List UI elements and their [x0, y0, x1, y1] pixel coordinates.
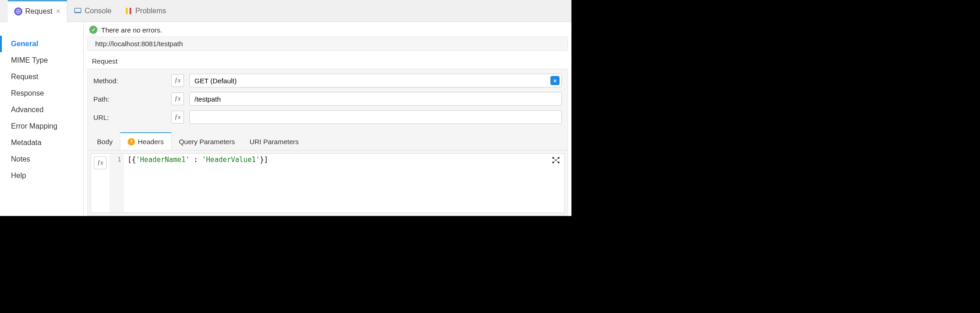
path-label: Path:: [93, 95, 171, 103]
request-form-panel: Method: ƒx GET (Default) Path: ƒx: [87, 69, 568, 216]
chevron-down-icon: [550, 76, 560, 85]
url-label: URL:: [93, 113, 171, 121]
method-value: GET (Default): [194, 77, 237, 85]
method-row: Method: ƒx GET (Default): [93, 74, 562, 87]
tab-uri-label: URI Parameters: [249, 138, 299, 146]
code-sep: :: [189, 156, 202, 164]
close-icon[interactable]: ×: [56, 7, 60, 16]
sidebar-item-request[interactable]: Request: [0, 69, 83, 85]
main-panel: ✓ There are no errors. http://localhost:…: [84, 22, 571, 216]
code-editor[interactable]: ƒx 1 [{'HeaderName1' : 'HeaderValue1'}]: [91, 153, 565, 213]
sidebar-item-error-mapping[interactable]: Error Mapping: [0, 118, 83, 135]
tab-query-parameters[interactable]: Query Parameters: [172, 132, 242, 150]
url-bar: http://localhost:8081/testpath: [87, 37, 568, 51]
warning-icon: !: [128, 138, 135, 146]
svg-rect-4: [129, 8, 131, 14]
sidebar-item-notes[interactable]: Notes: [0, 151, 83, 167]
code-val: 'HeaderValue1': [202, 156, 260, 164]
path-input[interactable]: /testpath: [189, 92, 562, 106]
sidebar-item-label: Advanced: [11, 106, 43, 113]
url-input[interactable]: [189, 110, 562, 124]
sidebar-item-advanced[interactable]: Advanced: [0, 102, 83, 118]
method-label: Method:: [93, 77, 171, 85]
request-icon: [14, 7, 22, 16]
path-row: Path: ƒx /testpath: [93, 92, 562, 106]
sidebar-item-label: General: [11, 40, 38, 48]
status-text: There are no errors.: [101, 26, 162, 34]
sidebar-item-label: Notes: [11, 155, 30, 163]
sidebar-item-general[interactable]: General: [0, 36, 83, 52]
sidebar-item-label: Request: [11, 73, 38, 81]
tab-problems[interactable]: Problems: [118, 0, 173, 22]
tab-console-label: Console: [85, 7, 112, 15]
fx-button[interactable]: ƒx: [171, 111, 184, 124]
svg-rect-3: [126, 8, 128, 14]
sidebar-item-label: Help: [11, 172, 26, 179]
sidebar-item-mime-type[interactable]: MIME Type: [0, 52, 83, 69]
status-row: ✓ There are no errors.: [84, 22, 571, 37]
problems-icon: [124, 7, 133, 15]
sidebar-item-response[interactable]: Response: [0, 85, 83, 102]
form-rows: Method: ƒx GET (Default) Path: ƒx: [88, 69, 567, 132]
fx-button[interactable]: ƒx: [94, 156, 107, 169]
sidebar-item-help[interactable]: Help: [0, 167, 83, 184]
fx-button[interactable]: ƒx: [171, 74, 184, 87]
code-body[interactable]: [{'HeaderName1' : 'HeaderValue1'}]: [124, 154, 564, 212]
app-window: Request × Console Problems General MIME …: [0, 0, 571, 216]
method-select[interactable]: GET (Default): [189, 74, 562, 87]
check-icon: ✓: [89, 26, 97, 34]
gutter: 1: [109, 154, 124, 212]
section-label: Request: [84, 54, 571, 69]
code-key: 'HeaderName1': [136, 156, 189, 164]
sidebar: General MIME Type Request Response Advan…: [0, 22, 84, 216]
tab-query-label: Query Parameters: [179, 138, 235, 146]
body-split: General MIME Type Request Response Advan…: [0, 22, 571, 216]
tab-headers-label: Headers: [138, 138, 164, 146]
tab-request[interactable]: Request ×: [8, 0, 67, 22]
tab-problems-label: Problems: [135, 7, 167, 15]
fx-button[interactable]: ƒx: [171, 92, 184, 105]
path-value: /testpath: [194, 95, 221, 103]
tab-headers[interactable]: ! Headers: [120, 132, 172, 150]
tab-console[interactable]: Console: [67, 0, 118, 22]
url-row: URL: ƒx: [93, 110, 562, 124]
sidebar-item-metadata[interactable]: Metadata: [0, 135, 83, 151]
tab-body[interactable]: Body: [90, 132, 120, 150]
code-suffix: }]: [260, 156, 268, 164]
code-fx-col: ƒx: [91, 154, 109, 212]
code-prefix: [{: [128, 156, 136, 164]
sidebar-item-label: Error Mapping: [11, 122, 57, 130]
svg-rect-2: [75, 12, 81, 13]
sidebar-item-label: MIME Type: [11, 56, 48, 64]
console-icon: [74, 7, 82, 15]
sidebar-item-label: Metadata: [11, 139, 42, 146]
tab-uri-parameters[interactable]: URI Parameters: [242, 132, 306, 150]
tab-request-label: Request: [25, 7, 53, 16]
inner-tab-strip: Body ! Headers Query Parameters URI Para…: [88, 132, 567, 151]
tab-body-label: Body: [97, 138, 113, 146]
top-tab-strip: Request × Console Problems: [0, 0, 571, 22]
sidebar-item-label: Response: [11, 89, 44, 97]
line-number: 1: [118, 156, 121, 163]
graph-icon[interactable]: [551, 156, 560, 167]
url-bar-text: http://localhost:8081/testpath: [95, 40, 183, 48]
